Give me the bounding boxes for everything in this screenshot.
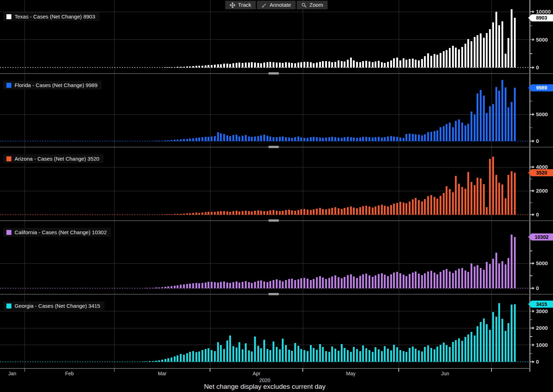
value-gridlines	[0, 167, 530, 191]
bars-arizona	[161, 157, 516, 215]
svg-text:0: 0	[536, 211, 539, 218]
panel-divider-grip[interactable]	[268, 72, 279, 75]
annotate-pencil-icon	[262, 2, 267, 8]
month-ticks	[25, 368, 530, 372]
svg-text:0: 0	[536, 138, 539, 144]
legend-swatch-texas	[6, 14, 11, 19]
bars-florida	[155, 80, 516, 141]
annotate-button[interactable]: Annotate	[257, 1, 296, 9]
minor-ticks	[530, 88, 532, 128]
last-value-badge-texas: 8903	[528, 14, 553, 21]
panel-divider[interactable]	[0, 294, 553, 295]
bars-texas	[165, 9, 516, 68]
svg-text:May: May	[346, 371, 355, 376]
legend-label-arizona: Arizona - Cases (Net Change) 3520	[15, 156, 99, 162]
month-labels: JanFebMarAprMayJun	[8, 371, 449, 376]
legend-texas[interactable]: Texas - Cases (Net Change) 8903	[3, 12, 100, 21]
legend-label-california: California - Cases (Net Change) 10302	[15, 229, 107, 235]
legend-swatch-arizona	[6, 156, 11, 161]
minor-ticks	[530, 238, 532, 276]
chart-panel-florida[interactable]: 050009989Florida - Cases (Net Change) 99…	[0, 74, 553, 147]
panel-divider-grip[interactable]	[268, 146, 279, 148]
chart-panel-georgia[interactable]: 01000200030003415Georgia - Cases (Net Ch…	[0, 294, 553, 368]
svg-text:10302: 10302	[535, 234, 549, 240]
track-button[interactable]: Track	[225, 1, 256, 9]
year-label: 2020	[259, 377, 270, 383]
last-value-badge-arizona: 3520	[528, 169, 553, 176]
labeled-ticks: 05000	[530, 111, 548, 144]
labeled-ticks: 05000	[530, 260, 548, 291]
legend-arizona[interactable]: Arizona - Cases (Net Change) 3520	[3, 154, 103, 163]
chart-canvas-texas[interactable]: 05000100008903	[0, 0, 553, 74]
legend-georgia[interactable]: Georgia - Cases (Net Change) 3415	[3, 301, 104, 310]
legend-label-florida: Florida - Cases (Net Change) 9989	[15, 82, 97, 88]
bars-georgia	[143, 303, 516, 362]
bloomberg-multi-panel-chart: Track Annotate Zoom 05000100008903Texas …	[0, 0, 553, 392]
svg-text:0: 0	[536, 359, 539, 365]
chart-panel-california[interactable]: 0500010302California - Cases (Net Change…	[0, 221, 553, 294]
svg-text:5000: 5000	[536, 260, 548, 266]
last-value-badge-florida: 9989	[528, 84, 553, 91]
track-button-label: Track	[238, 2, 251, 8]
bars-california	[146, 235, 515, 288]
legend-swatch-florida	[6, 83, 11, 88]
panel-divider[interactable]	[0, 73, 553, 74]
zoom-button[interactable]: Zoom	[297, 1, 328, 9]
chart-panel-texas[interactable]: 05000100008903Texas - Cases (Net Change)…	[0, 0, 553, 74]
svg-text:5000: 5000	[536, 37, 548, 43]
svg-text:Apr: Apr	[253, 371, 261, 376]
svg-text:10000: 10000	[536, 9, 551, 15]
svg-text:5000: 5000	[536, 111, 548, 117]
panel-divider-grip[interactable]	[268, 219, 279, 222]
svg-text:2000: 2000	[536, 188, 548, 194]
chart-footnote: Net change display excludes current day	[0, 383, 530, 391]
svg-text:Jun: Jun	[441, 371, 449, 376]
legend-swatch-georgia	[6, 304, 11, 308]
svg-text:3415: 3415	[536, 301, 547, 307]
svg-text:3000: 3000	[536, 308, 548, 314]
last-value-badge-georgia: 3415	[528, 301, 553, 308]
minor-ticks	[530, 319, 532, 353]
svg-text:0: 0	[536, 64, 539, 70]
legend-swatch-california	[6, 230, 11, 235]
legend-florida[interactable]: Florida - Cases (Net Change) 9989	[3, 81, 102, 90]
legend-label-georgia: Georgia - Cases (Net Change) 3415	[15, 303, 100, 309]
svg-text:0: 0	[536, 285, 539, 291]
svg-text:3520: 3520	[536, 170, 547, 176]
labeled-ticks: 0100020003000	[530, 308, 548, 365]
chart-toolbar: Track Annotate Zoom	[225, 1, 328, 9]
zoom-magnifier-icon	[301, 2, 307, 8]
value-gridlines	[0, 311, 530, 345]
svg-text:Mar: Mar	[158, 371, 166, 376]
panel-divider-grip[interactable]	[268, 293, 279, 295]
panel-divider[interactable]	[0, 147, 553, 147]
svg-text:Jan: Jan	[8, 371, 16, 376]
svg-text:1000: 1000	[536, 342, 548, 348]
zoom-button-label: Zoom	[310, 2, 323, 8]
panel-divider[interactable]	[0, 220, 553, 221]
svg-text:4000: 4000	[536, 164, 548, 170]
track-crosshair-icon	[230, 2, 235, 8]
legend-california[interactable]: California - Cases (Net Change) 10302	[3, 228, 111, 237]
last-value-badge-california: 10302	[528, 233, 553, 241]
chart-panel-arizona[interactable]: 0200040003520Arizona - Cases (Net Change…	[0, 147, 553, 221]
svg-text:9989: 9989	[536, 85, 547, 91]
svg-text:2000: 2000	[536, 325, 548, 331]
svg-text:8903: 8903	[536, 15, 547, 21]
svg-text:Feb: Feb	[65, 371, 74, 376]
legend-label-texas: Texas - Cases (Net Change) 8903	[15, 14, 95, 20]
annotate-button-label: Annotate	[270, 2, 291, 8]
